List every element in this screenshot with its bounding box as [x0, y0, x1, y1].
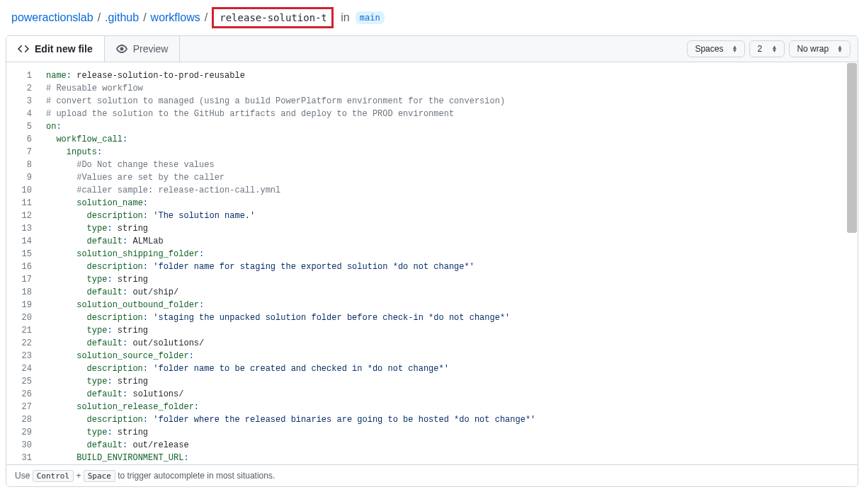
line-number: 24	[6, 362, 35, 375]
editor-settings: Spaces ▲▼ 2 ▲▼ No wrap ▲▼	[687, 40, 858, 57]
branch-pill[interactable]: main	[356, 11, 385, 24]
line-number: 30	[6, 439, 35, 452]
hint-prefix: Use	[15, 471, 33, 481]
indent-size-select[interactable]: 2 ▲▼	[749, 40, 785, 57]
line-number: 10	[6, 184, 35, 197]
code-line[interactable]: description: 'folder name to be created …	[46, 362, 858, 375]
code-line[interactable]: # upload the solution to the GitHub arti…	[46, 108, 858, 120]
code-line[interactable]: solution_source_folder:	[46, 350, 858, 362]
code-line[interactable]: inputs:	[46, 146, 858, 159]
code-line[interactable]: #Values are set by the caller	[46, 171, 858, 184]
kbd-control: Control	[33, 470, 74, 482]
line-number: 3	[6, 95, 35, 108]
code-line[interactable]: workflow_call:	[46, 133, 858, 146]
code-line[interactable]: description: 'The solution name.'	[46, 210, 858, 222]
line-number: 22	[6, 337, 35, 350]
code-line[interactable]: type: string	[46, 222, 858, 235]
line-number: 26	[6, 388, 35, 401]
line-number: 1	[6, 69, 35, 82]
tab-edit[interactable]: Edit new file	[6, 36, 105, 62]
code-line[interactable]: solution_name:	[46, 197, 858, 210]
tab-edit-label: Edit new file	[35, 43, 93, 55]
code-line[interactable]: #caller sample: release-action-call.ymnl	[46, 184, 858, 197]
line-number: 20	[6, 311, 35, 324]
code-area[interactable]: name: release-solution-to-prod-reusable#…	[42, 62, 858, 464]
line-number: 17	[6, 273, 35, 286]
code-line[interactable]: description: 'staging the unpacked solut…	[46, 311, 858, 324]
kbd-space: Space	[84, 470, 115, 482]
code-line[interactable]: BUILD_ENVIRONMENT_URL:	[46, 452, 858, 464]
code-line[interactable]: solution_release_folder:	[46, 401, 858, 413]
code-line[interactable]: default: out/release	[46, 439, 858, 452]
code-line[interactable]: description: 'folder name for staging th…	[46, 260, 858, 273]
line-number: 8	[6, 159, 35, 171]
line-number: 9	[6, 171, 35, 184]
updown-icon: ▲▼	[732, 45, 737, 52]
tab-bar: Edit new file Preview Spaces ▲▼ 2 ▲▼ No …	[6, 36, 858, 62]
code-line[interactable]: description: 'folder where the released …	[46, 413, 858, 426]
line-number: 15	[6, 248, 35, 260]
line-number: 18	[6, 286, 35, 299]
line-number: 11	[6, 197, 35, 210]
line-number: 6	[6, 133, 35, 146]
line-number: 16	[6, 260, 35, 273]
code-line[interactable]: default: solutions/	[46, 388, 858, 401]
tab-preview-label: Preview	[133, 43, 169, 55]
code-line[interactable]: type: string	[46, 426, 858, 439]
eye-icon	[116, 43, 127, 55]
updown-icon: ▲▼	[771, 45, 777, 52]
line-number: 5	[6, 120, 35, 133]
breadcrumb-path2[interactable]: workflows	[151, 11, 200, 24]
line-number-gutter: 1234567891011121314151617181920212223242…	[6, 62, 42, 464]
code-line[interactable]: type: string	[46, 375, 858, 388]
in-label: in	[341, 11, 349, 24]
line-number: 25	[6, 375, 35, 388]
line-number: 12	[6, 210, 35, 222]
breadcrumb-path1[interactable]: .github	[105, 11, 139, 24]
line-number: 23	[6, 350, 35, 362]
wrap-mode-select[interactable]: No wrap ▲▼	[789, 40, 851, 57]
code-icon	[18, 43, 29, 55]
editor-frame: Edit new file Preview Spaces ▲▼ 2 ▲▼ No …	[6, 35, 858, 487]
code-line[interactable]: solution_shipping_folder:	[46, 248, 858, 260]
scrollbar-thumb[interactable]	[847, 63, 857, 233]
line-number: 4	[6, 108, 35, 120]
breadcrumb-sep: /	[142, 11, 147, 24]
code-line[interactable]: default: out/solutions/	[46, 337, 858, 350]
wrap-mode-label: No wrap	[797, 44, 829, 54]
line-number: 14	[6, 235, 35, 248]
code-editor[interactable]: 1234567891011121314151617181920212223242…	[6, 62, 858, 464]
line-number: 29	[6, 426, 35, 439]
filename-input[interactable]	[212, 7, 334, 28]
line-number: 21	[6, 324, 35, 337]
indent-mode-select[interactable]: Spaces ▲▼	[687, 40, 745, 57]
tab-preview[interactable]: Preview	[105, 36, 181, 62]
breadcrumb-repo[interactable]: poweractionslab	[11, 11, 93, 24]
code-line[interactable]: type: string	[46, 273, 858, 286]
line-number: 31	[6, 452, 35, 464]
code-line[interactable]: name: release-solution-to-prod-reusable	[46, 69, 858, 82]
line-number: 13	[6, 222, 35, 235]
autocomplete-hint: Use Control + Space to trigger autocompl…	[6, 464, 858, 486]
breadcrumb-sep: /	[96, 11, 102, 24]
hint-plus: +	[74, 471, 84, 481]
updown-icon: ▲▼	[837, 45, 843, 52]
line-number: 19	[6, 299, 35, 311]
code-line[interactable]: solution_outbound_folder:	[46, 299, 858, 311]
hint-suffix: to trigger autocomplete in most situatio…	[115, 471, 275, 481]
code-line[interactable]: on:	[46, 120, 858, 133]
code-line[interactable]: default: ALMLab	[46, 235, 858, 248]
indent-size-label: 2	[757, 44, 762, 54]
breadcrumb: poweractionslab / .github / workflows / …	[6, 6, 858, 35]
code-line[interactable]: type: string	[46, 324, 858, 337]
line-number: 7	[6, 146, 35, 159]
line-number: 2	[6, 82, 35, 95]
breadcrumb-sep: /	[203, 11, 209, 24]
line-number: 28	[6, 413, 35, 426]
code-line[interactable]: #Do Not change these values	[46, 159, 858, 171]
code-line[interactable]: # convert solution to managed (using a b…	[46, 95, 858, 108]
indent-mode-label: Spaces	[695, 44, 723, 54]
code-line[interactable]: # Reusable workflow	[46, 82, 858, 95]
line-number: 27	[6, 401, 35, 413]
code-line[interactable]: default: out/ship/	[46, 286, 858, 299]
